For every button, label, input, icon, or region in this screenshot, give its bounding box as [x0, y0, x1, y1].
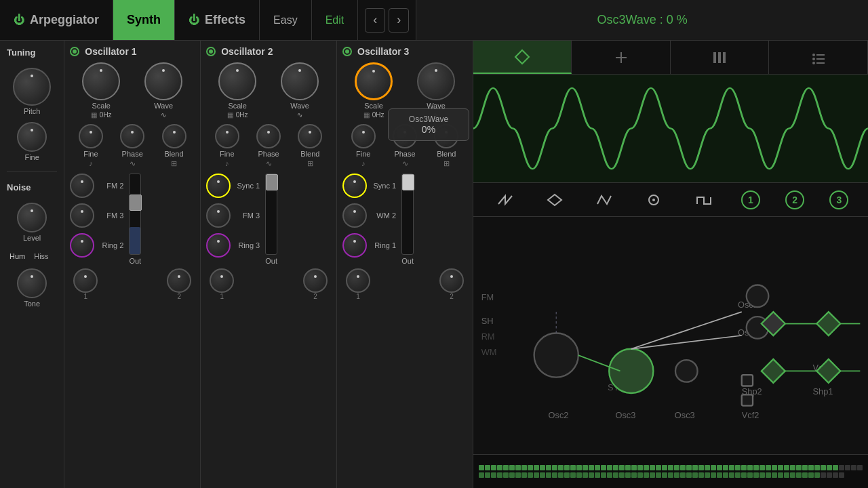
next-arrow[interactable]: › [389, 8, 409, 33]
osc3-sync1-knob[interactable] [342, 174, 367, 198]
osc1-phase-knob[interactable] [120, 124, 144, 148]
osc2-power[interactable] [206, 47, 216, 56]
osc3-phase-knob[interactable] [393, 124, 417, 148]
osc1-fader-track[interactable] [129, 174, 141, 255]
seq-cell [814, 472, 820, 478]
osc3-fader-thumb[interactable] [402, 174, 414, 190]
osc1-wave-knob[interactable] [144, 62, 182, 100]
osc3-knob2[interactable] [439, 268, 464, 293]
noise-title: Noise [7, 182, 57, 192]
osc1-power[interactable] [70, 47, 79, 56]
effects-tab[interactable]: ⏻ Effects [175, 0, 259, 40]
routing-tab-menu[interactable] [769, 41, 868, 74]
wave-tri-btn[interactable] [592, 188, 616, 212]
osc2-fader-thumb[interactable] [266, 174, 278, 190]
osc3-fine-knob[interactable] [351, 124, 376, 148]
osc2-wave-knob[interactable] [281, 62, 319, 100]
osc3-ring1-knob[interactable] [342, 233, 367, 258]
osc1-fm3-knob[interactable] [70, 203, 94, 228]
osc3-top-knobs: Scale ▦ 0Hz Wave ∿ [342, 62, 467, 119]
osc2-knob1[interactable] [210, 268, 234, 293]
osc2-sync1-knob[interactable] [206, 174, 231, 198]
hum-btn[interactable]: Hum [7, 251, 28, 262]
seq-cell [680, 465, 686, 470]
wave-diamond-btn[interactable] [542, 188, 567, 212]
osc3-scale-knob[interactable] [355, 62, 393, 100]
osc1-fine-knob[interactable] [79, 124, 103, 148]
osc1-fader-thumb[interactable] [130, 195, 142, 211]
osc1-knob1[interactable] [73, 268, 98, 293]
osc2-fader-track[interactable] [265, 174, 277, 255]
svg-point-29 [534, 333, 578, 378]
seq-cell [827, 465, 832, 470]
osc3-wave-knob[interactable] [417, 62, 455, 100]
seq-cell-off [821, 472, 826, 478]
osc1-scale-knob[interactable] [82, 62, 120, 100]
hiss-btn[interactable]: Hiss [31, 251, 51, 262]
osc2-ring3-knob[interactable] [206, 233, 231, 258]
seq-cell [540, 472, 545, 478]
osc2-scale-knob[interactable] [218, 62, 256, 100]
osc3-fader-track[interactable] [401, 174, 414, 255]
osc1-fm2-knob[interactable] [70, 174, 94, 198]
seq-cell [808, 465, 814, 470]
osc2-blend-knob[interactable] [298, 124, 322, 148]
osc3-blend-knob[interactable] [434, 124, 458, 148]
easy-mode-btn[interactable]: Easy [260, 0, 312, 40]
fine-knob[interactable] [17, 122, 47, 152]
routing-tab-bars[interactable] [671, 41, 770, 74]
svg-line-36 [631, 312, 742, 349]
top-navigation: ⏻ Arpeggiator Synth ⏻ Effects Easy Edit … [0, 0, 868, 41]
osc3-power[interactable] [342, 47, 352, 56]
seq-cell [631, 465, 637, 470]
seq-row-2 [479, 472, 863, 478]
seq-cell [521, 465, 527, 470]
seq-cell [558, 465, 564, 470]
seq-cell [711, 472, 716, 478]
seq-cell [747, 465, 753, 470]
wave-saw-btn[interactable] [493, 188, 517, 212]
level-knob[interactable] [17, 203, 47, 232]
svg-point-14 [652, 199, 655, 201]
osc2-phase-knob[interactable] [256, 124, 281, 148]
seq-cell [497, 465, 502, 470]
svg-point-10 [812, 62, 815, 64]
synth-tab[interactable]: Synth [113, 0, 174, 40]
routing-tab-plus[interactable] [572, 41, 671, 74]
wave-circle-btn[interactable] [642, 188, 666, 212]
osc1-ring2-knob[interactable] [70, 233, 94, 258]
osc2-knob2[interactable] [303, 268, 328, 293]
osc2-fm3-knob[interactable] [206, 203, 231, 228]
seq-cell [766, 472, 771, 478]
osc3-wm2-knob[interactable] [342, 203, 367, 228]
nav-arrows: ‹ › [358, 0, 416, 40]
osc1-ring2-row: Ring 2 [70, 233, 123, 258]
routing-tab-diamond[interactable] [473, 41, 572, 74]
edit-mode-btn[interactable]: Edit [312, 0, 359, 40]
power-icon-effects: ⏻ [189, 14, 199, 26]
sequencer [473, 454, 868, 488]
osc2-fine-knob[interactable] [215, 124, 239, 148]
seq-cell [546, 472, 551, 478]
prev-arrow[interactable]: ‹ [365, 8, 385, 33]
wave-num-2[interactable]: 2 [785, 190, 804, 209]
seq-cell [552, 465, 557, 470]
seq-cell [833, 465, 838, 470]
seq-cell [528, 472, 533, 478]
osc2-title-row: Oscillator 2 [206, 46, 331, 57]
wave-square-btn[interactable] [692, 188, 716, 212]
arpeggiator-tab[interactable]: ⏻ Arpeggiator [0, 0, 113, 40]
node-graph-svg: FM SH RM WM SYNC Osc2 Osc3 Osc3 Osc1 Osc… [473, 217, 868, 454]
seq-cell [650, 472, 655, 478]
svg-marker-40 [816, 312, 840, 336]
tone-knob[interactable] [17, 268, 47, 298]
osc1-title-row: Oscillator 1 [70, 46, 195, 57]
wave-num-3[interactable]: 3 [829, 190, 848, 209]
osc1-knob2[interactable] [167, 268, 191, 293]
osc3-knob1[interactable] [346, 268, 370, 293]
wave-num-1[interactable]: 1 [741, 190, 760, 209]
effects-label: Effects [205, 13, 245, 27]
pitch-knob[interactable] [13, 68, 51, 106]
osc1-blend-knob[interactable] [162, 124, 186, 148]
seq-cell-off [833, 472, 838, 478]
